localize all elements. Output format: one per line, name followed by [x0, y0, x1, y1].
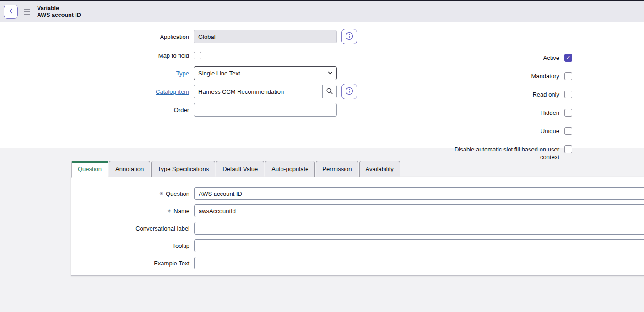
search-icon — [326, 87, 333, 96]
name-label: ✳Name — [71, 208, 194, 215]
catalog-item-field[interactable] — [194, 85, 322, 98]
map-to-field-label: Map to field — [0, 52, 194, 59]
example-text-label: Example Text — [71, 260, 194, 267]
variable-form: Application Map to field Type Single Lin… — [0, 22, 644, 148]
chevron-left-icon — [8, 8, 14, 15]
tooltip-field[interactable] — [194, 239, 644, 252]
disable-slot-fill-checkbox[interactable] — [564, 145, 572, 153]
application-field — [194, 30, 337, 43]
tab-auto-populate[interactable]: Auto-populate — [265, 161, 315, 177]
question-tab-panel: ✳Question ✳Name Conversational label Too… — [71, 177, 644, 276]
mandatory-checkbox[interactable] — [564, 72, 572, 80]
tab-type-specifications[interactable]: Type Specifications — [151, 161, 215, 177]
order-field[interactable] — [194, 103, 337, 117]
application-label: Application — [0, 33, 194, 40]
read-only-checkbox[interactable] — [564, 91, 572, 98]
active-checkbox[interactable]: ✓ — [564, 54, 572, 62]
type-label: Type — [0, 70, 194, 77]
question-label: ✳Question — [71, 190, 194, 197]
hamburger-menu-icon[interactable] — [24, 9, 30, 15]
catalog-item-label: Catalog item — [0, 88, 194, 95]
header-bar: Variable AWS account ID — [0, 1, 644, 22]
unique-checkbox[interactable] — [564, 127, 572, 135]
name-field[interactable] — [194, 204, 644, 217]
example-text-field[interactable] — [194, 257, 644, 269]
disable-slot-fill-label: Disable automatic slot fill based on use… — [445, 145, 559, 161]
map-to-field-checkbox[interactable] — [194, 52, 201, 59]
active-label: Active — [543, 54, 559, 62]
catalog-item-info-button[interactable] — [341, 84, 357, 99]
info-icon — [345, 32, 353, 42]
conversational-label-field[interactable] — [194, 222, 644, 235]
question-field[interactable] — [194, 187, 644, 200]
type-link[interactable]: Type — [176, 70, 189, 77]
record-type-title: Variable — [37, 5, 81, 12]
info-icon — [345, 87, 353, 97]
catalog-item-link[interactable]: Catalog item — [156, 88, 189, 95]
record-name-title: AWS account ID — [37, 12, 81, 19]
tab-question[interactable]: Question — [71, 161, 108, 178]
tab-availability[interactable]: Availability — [359, 161, 400, 177]
tab-permission[interactable]: Permission — [316, 161, 358, 177]
tab-strip: Question Annotation Type Specifications … — [71, 161, 644, 177]
catalog-item-reference — [194, 85, 337, 98]
required-icon: ✳ — [159, 191, 163, 196]
hidden-label: Hidden — [541, 109, 559, 117]
read-only-label: Read only — [532, 91, 559, 98]
tooltip-label: Tooltip — [71, 242, 194, 249]
required-icon: ✳ — [167, 208, 171, 214]
tab-annotation[interactable]: Annotation — [109, 161, 150, 177]
order-label: Order — [0, 107, 194, 113]
hidden-checkbox[interactable] — [564, 109, 572, 117]
conversational-label-label: Conversational label — [71, 225, 194, 232]
type-select[interactable]: Single Line Text — [194, 66, 337, 80]
tab-section: Question Annotation Type Specifications … — [0, 148, 644, 312]
application-info-button[interactable] — [341, 29, 357, 44]
catalog-item-lookup-button[interactable] — [322, 85, 336, 98]
flag-checkbox-column: Active ✓ Mandatory Read only Hidden Uniq… — [445, 54, 572, 172]
back-button[interactable] — [4, 5, 18, 19]
mandatory-label: Mandatory — [531, 72, 559, 80]
tab-default-value[interactable]: Default Value — [216, 161, 264, 177]
unique-label: Unique — [541, 127, 559, 135]
page-title-block: Variable AWS account ID — [37, 5, 81, 19]
